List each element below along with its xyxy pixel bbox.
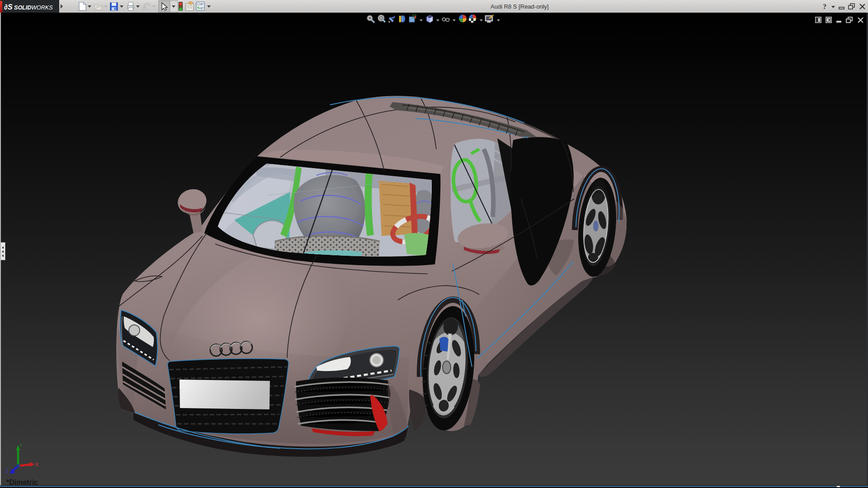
svg-text:?: ? xyxy=(823,3,826,10)
svg-text:X: X xyxy=(35,462,38,467)
svg-text:Z: Z xyxy=(5,469,8,474)
svg-text:Y: Y xyxy=(19,443,23,448)
